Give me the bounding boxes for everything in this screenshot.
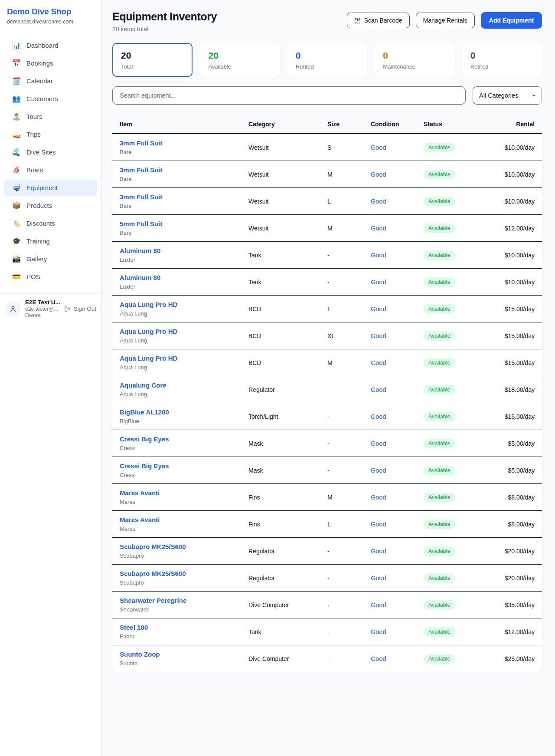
item-name-link[interactable]: BigBlue AL1200 (120, 408, 242, 416)
item-name-link[interactable]: Aqua Lung Pro HD (120, 328, 242, 335)
item-cell: BigBlue AL1200 BigBlue (112, 403, 245, 430)
item-name-link[interactable]: 3mm Full Suit (120, 166, 242, 174)
item-name-link[interactable]: Aluminum 80 (120, 274, 242, 281)
sidebar-item[interactable]: 📸 Gallery (4, 251, 97, 267)
sidebar-item[interactable]: 👥 Customers (4, 91, 97, 107)
category-select[interactable]: All Categories (473, 86, 542, 105)
condition-link[interactable]: Good (371, 628, 386, 635)
sidebar-item[interactable]: 📅 Bookings (4, 55, 97, 71)
condition-link[interactable]: Good (371, 440, 386, 447)
item-brand: BigBlue (120, 418, 242, 424)
item-name-link[interactable]: Mares Avanti (120, 489, 242, 496)
condition-link[interactable]: Good (371, 602, 386, 608)
page-header-text: Equipment Inventory 20 items total (112, 10, 217, 33)
item-name-link[interactable]: Scubapro MK25/S600 (120, 543, 242, 550)
sidebar-item-icon: 🏷️ (12, 219, 21, 227)
condition-cell: Good (367, 215, 420, 242)
item-brand: Bare (120, 149, 242, 155)
search-input[interactable] (112, 86, 466, 105)
category-cell: Dive Computer (245, 645, 324, 672)
sidebar-item[interactable]: 🤿 Equipment (4, 180, 97, 196)
item-name-link[interactable]: Aqualung Core (120, 381, 242, 389)
condition-link[interactable]: Good (371, 171, 386, 178)
status-badge: Available (424, 358, 455, 368)
category-cell: Mask (245, 430, 324, 457)
condition-link[interactable]: Good (371, 575, 386, 582)
condition-link[interactable]: Good (371, 332, 386, 339)
condition-link[interactable]: Good (371, 306, 386, 312)
table-row: Steel 100 Faber Tank - Good Available $1… (112, 618, 542, 645)
item-name-link[interactable]: Mares Avanti (120, 516, 242, 523)
item-cell: Steel 100 Faber (112, 618, 245, 645)
condition-link[interactable]: Good (371, 494, 386, 501)
condition-link[interactable]: Good (371, 521, 386, 528)
item-name-link[interactable]: Shearwater Peregrine (120, 597, 242, 604)
category-cell: Fins (245, 511, 324, 538)
item-name-link[interactable]: Aqua Lung Pro HD (120, 355, 242, 362)
condition-link[interactable]: Good (371, 144, 386, 151)
condition-link[interactable]: Good (371, 279, 386, 286)
condition-cell: Good (367, 188, 420, 215)
stat-card[interactable]: 20 Available (199, 43, 280, 77)
table-row: Cressi Big Eyes Cressi Mask - Good Avail… (112, 457, 542, 484)
scan-barcode-button[interactable]: Scan Barcode (347, 13, 410, 28)
table-row: Mares Avanti Mares Fins M Good Available… (112, 484, 542, 511)
item-name-link[interactable]: Suunto Zoop (120, 651, 242, 658)
sidebar-item[interactable]: 📊 Dashboard (4, 37, 97, 53)
item-name-link[interactable]: Aqua Lung Pro HD (120, 301, 242, 308)
size-cell: - (324, 457, 367, 484)
condition-link[interactable]: Good (371, 467, 386, 474)
manage-rentals-button[interactable]: Manage Rentals (416, 13, 475, 28)
condition-link[interactable]: Good (371, 386, 386, 393)
item-name-link[interactable]: Cressi Big Eyes (120, 435, 242, 443)
sidebar-item[interactable]: 🚤 Trips (4, 126, 97, 142)
stat-card[interactable]: 0 Retired (462, 43, 542, 77)
item-name-link[interactable]: Cressi Big Eyes (120, 462, 242, 470)
status-cell: Available (420, 349, 486, 376)
rental-price: $15.00/day (486, 349, 542, 376)
item-name-link[interactable]: Aluminum 80 (120, 247, 242, 254)
table-row: Scubapro MK25/S600 Scubapro Regulator - … (112, 565, 542, 592)
manage-rentals-label: Manage Rentals (423, 17, 467, 24)
item-brand: Faber (120, 633, 242, 640)
sidebar-item[interactable]: 🌊 Dive Sites (4, 144, 97, 160)
stat-value: 20 (121, 50, 184, 61)
condition-link[interactable]: Good (371, 359, 386, 366)
sidebar-item[interactable]: 🏷️ Discounts (4, 215, 97, 231)
status-badge: Available (424, 224, 455, 233)
condition-link[interactable]: Good (371, 413, 386, 420)
condition-cell: Good (367, 538, 420, 565)
sign-out-button[interactable]: Sign Out (64, 306, 96, 312)
table-row: 3mm Full Suit Bare Wetsuit L Good Availa… (112, 188, 542, 215)
sidebar-item-label: Discounts (26, 220, 55, 227)
add-equipment-button[interactable]: Add Equipment (481, 12, 542, 29)
item-name-link[interactable]: 5mm Full Suit (120, 220, 242, 227)
item-name-link[interactable]: 3mm Full Suit (120, 139, 242, 147)
condition-link[interactable]: Good (371, 252, 386, 259)
stat-card[interactable]: 0 Maintenance (374, 43, 454, 77)
condition-link[interactable]: Good (371, 548, 386, 555)
item-brand: Luxfer (120, 283, 242, 290)
sidebar-item[interactable]: 🎓 Training (4, 233, 97, 249)
item-cell: 3mm Full Suit Bare (112, 161, 245, 188)
rental-price: $35.00/day (486, 592, 542, 618)
condition-cell: Good (367, 430, 420, 457)
sidebar-item[interactable]: 💳 POS (4, 269, 97, 285)
condition-link[interactable]: Good (371, 655, 386, 662)
sidebar-item[interactable]: 📦 Products (4, 197, 97, 214)
item-name-link[interactable]: 3mm Full Suit (120, 193, 242, 201)
status-cell: Available (420, 376, 486, 403)
item-name-link[interactable]: Scubapro MK25/S600 (120, 570, 242, 577)
condition-link[interactable]: Good (371, 198, 386, 205)
condition-link[interactable]: Good (371, 225, 386, 232)
stat-card[interactable]: 20 Total (112, 43, 193, 77)
stat-card[interactable]: 0 Rented (287, 43, 367, 77)
stat-label: Total (121, 63, 184, 70)
sidebar-item[interactable]: 🏝️ Tours (4, 108, 97, 125)
item-name-link[interactable]: Steel 100 (120, 624, 242, 631)
sidebar-item-label: Boats (26, 166, 43, 174)
sidebar-item[interactable]: 🗓️ Calendar (4, 73, 97, 89)
sidebar-item[interactable]: ⛵ Boats (4, 162, 97, 178)
status-cell: Available (420, 618, 486, 645)
category-cell: Mask (245, 457, 324, 484)
